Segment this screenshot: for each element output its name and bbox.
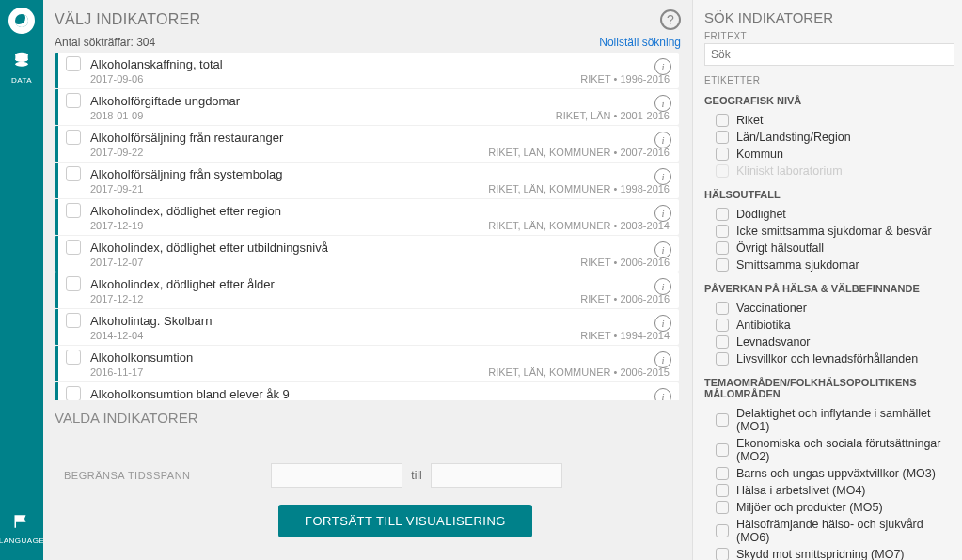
search-input[interactable] <box>704 43 954 66</box>
filter-label: Icke smittsamma sjukdomar & besvär <box>736 225 932 238</box>
filter-item[interactable]: Kommun <box>704 146 954 163</box>
filter-item[interactable]: Ekonomiska och sociala förutsättningar (… <box>704 435 954 465</box>
indicator-checkbox[interactable] <box>66 166 81 181</box>
timespan-from-input[interactable] <box>271 463 402 488</box>
info-icon[interactable]: i <box>654 168 671 185</box>
indicator-checkbox[interactable] <box>66 93 81 108</box>
nav-data[interactable]: DATA <box>0 47 43 88</box>
indicator-date: 2017-09-21 <box>90 183 143 194</box>
filter-checkbox[interactable] <box>716 352 729 366</box>
nav-language[interactable]: LANGUAGE <box>0 509 43 549</box>
filter-checkbox[interactable] <box>716 131 729 144</box>
filter-checkbox[interactable] <box>716 241 729 255</box>
filter-label: Antibiotika <box>736 319 791 332</box>
reset-search-link[interactable]: Nollställ sökning <box>599 36 681 49</box>
left-nav: DATA LANGUAGE <box>0 0 43 560</box>
info-icon[interactable]: i <box>654 58 671 75</box>
filter-label: Kommun <box>736 148 783 161</box>
indicator-card[interactable]: Alkoholanskaffning, totali2017-09-06RIKE… <box>55 53 679 88</box>
indicator-card[interactable]: Alkoholindex, dödlighet efter regioni201… <box>55 199 679 235</box>
indicator-checkbox[interactable] <box>66 240 81 255</box>
info-icon[interactable]: i <box>654 132 671 148</box>
indicator-meta: RIKET • 1996-2016 <box>580 73 670 85</box>
filter-group-title: PÅVERKAN PÅ HÄLSA & VÄLBEFINNANDE <box>704 283 954 294</box>
indicator-checkbox[interactable] <box>66 203 81 218</box>
filter-checkbox[interactable] <box>716 484 729 497</box>
indicator-date: 2017-12-07 <box>90 257 143 268</box>
filter-checkbox[interactable] <box>716 258 729 272</box>
indicator-card[interactable]: Alkoholförsäljning från restaurangeri201… <box>55 126 679 162</box>
indicator-meta: RIKET, LÄN, KOMMUNER • 1998-2016 <box>488 183 670 194</box>
database-icon <box>12 51 31 74</box>
info-icon[interactable]: i <box>654 388 671 400</box>
indicator-date: 2014-12-04 <box>90 330 143 341</box>
filter-item[interactable]: Skydd mot smittspridning (MO7) <box>704 546 954 560</box>
filter-checkbox[interactable] <box>716 319 729 332</box>
filter-checkbox[interactable] <box>716 148 729 161</box>
filter-label: Hälsa i arbetslivet (MO4) <box>736 484 866 497</box>
filter-checkbox[interactable] <box>716 225 729 238</box>
filter-item[interactable]: Levnadsvanor <box>704 334 954 350</box>
indicator-date: 2017-09-06 <box>90 73 143 85</box>
filter-item[interactable]: Dödlighet <box>704 206 954 223</box>
filter-item[interactable]: Vaccinationer <box>704 300 954 317</box>
filter-checkbox[interactable] <box>716 548 729 560</box>
filter-checkbox[interactable] <box>716 524 729 537</box>
filter-checkbox[interactable] <box>716 335 729 349</box>
filter-item: Kliniskt laboratorium <box>704 163 954 179</box>
indicator-card[interactable]: Alkoholindex, dödlighet efter ålderi2017… <box>55 272 679 308</box>
info-icon[interactable]: i <box>654 278 671 295</box>
filter-checkbox[interactable] <box>716 501 729 514</box>
info-icon[interactable]: i <box>654 95 671 112</box>
indicator-checkbox[interactable] <box>66 56 81 71</box>
filter-item[interactable]: Län/Landsting/Region <box>704 129 954 146</box>
filter-item[interactable]: Antibiotika <box>704 317 954 334</box>
selected-indicators-section: VALDA INDIKATORER BEGRÄNSA TIDSSPANN til… <box>43 400 692 560</box>
filter-checkbox[interactable] <box>716 302 729 315</box>
indicator-checkbox[interactable] <box>66 130 81 145</box>
indicator-checkbox[interactable] <box>66 276 81 291</box>
filter-item[interactable]: Riket <box>704 112 954 129</box>
indicator-checkbox[interactable] <box>66 313 81 328</box>
info-icon[interactable]: i <box>654 205 671 222</box>
filter-item[interactable]: Delaktighet och inflytande i samhället (… <box>704 405 954 435</box>
indicator-list[interactable]: Alkoholanskaffning, totali2017-09-06RIKE… <box>55 53 681 400</box>
indicator-card[interactable]: Alkoholkonsumtioni2016-11-17RIKET, LÄN, … <box>55 346 679 381</box>
indicator-card[interactable]: Alkoholförgiftade ungdomari2018-01-09RIK… <box>55 89 679 125</box>
indicator-card[interactable]: Alkoholintag. Skolbarni2014-12-04RIKET •… <box>55 309 679 345</box>
filter-item[interactable]: Hälsa i arbetslivet (MO4) <box>704 482 954 499</box>
filter-checkbox[interactable] <box>716 114 729 127</box>
filter-item[interactable]: Övrigt hälsoutfall <box>704 240 954 257</box>
indicator-meta: RIKET, LÄN, KOMMUNER • 2006-2015 <box>488 366 670 378</box>
filter-checkbox[interactable] <box>716 443 729 457</box>
nav-language-label: LANGUAGE <box>0 537 44 545</box>
timespan-row: BEGRÄNSA TIDSSPANN till <box>55 463 681 488</box>
info-icon[interactable]: i <box>654 351 671 368</box>
filter-checkbox[interactable] <box>716 208 729 221</box>
filter-checkbox[interactable] <box>716 413 729 427</box>
filter-label: Vaccinationer <box>736 302 807 315</box>
indicator-card[interactable]: Alkoholförsäljning från systembolagi2017… <box>55 163 679 198</box>
freetext-label: FRITEXT <box>704 31 954 41</box>
indicator-title: Alkoholförsäljning från restauranger <box>90 131 283 145</box>
hit-count: Antal sökträffar: 304 <box>55 36 155 49</box>
info-icon[interactable]: i <box>654 315 671 332</box>
svg-point-1 <box>15 57 27 62</box>
filter-item[interactable]: Hälsofrämjande hälso- och sjukvård (MO6) <box>704 516 954 546</box>
filter-item[interactable]: Smittsamma sjukdomar <box>704 257 954 273</box>
filter-group-title: GEOGRAFISK NIVÅ <box>704 95 954 106</box>
info-icon[interactable]: i <box>654 241 671 258</box>
filter-item[interactable]: Barns och ungas uppväxtvillkor (MO3) <box>704 465 954 482</box>
help-icon[interactable]: ? <box>660 9 681 30</box>
filter-item[interactable]: Livsvillkor och levnadsförhållanden <box>704 350 954 367</box>
timespan-to-input[interactable] <box>431 463 562 488</box>
filter-item[interactable]: Icke smittsamma sjukdomar & besvär <box>704 223 954 240</box>
continue-button[interactable]: FORTSÄTT TILL VISUALISERING <box>278 505 532 537</box>
indicator-card[interactable]: Alkoholkonsumtion bland elever åk 9i2017… <box>55 382 679 400</box>
indicator-checkbox[interactable] <box>66 350 81 365</box>
filter-item[interactable]: Miljöer och produkter (MO5) <box>704 499 954 516</box>
filter-checkbox[interactable] <box>716 467 729 480</box>
filter-label: Skydd mot smittspridning (MO7) <box>736 548 905 560</box>
indicator-checkbox[interactable] <box>66 386 81 400</box>
indicator-card[interactable]: Alkoholindex, dödlighet efter utbildning… <box>55 236 679 272</box>
